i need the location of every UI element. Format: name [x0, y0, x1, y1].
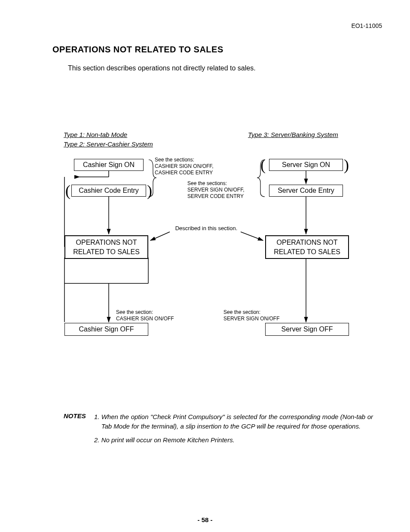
type-1-label: Type 1: Non-tab Mode [64, 131, 127, 138]
described-annot: Described in this section. [163, 225, 249, 231]
see-server-annot: See the sections: SERVER SIGN ON/OFF, SE… [187, 180, 244, 200]
page-number: - 58 - [0, 516, 410, 523]
note-1: When the option "Check Print Compulsory"… [101, 412, 373, 431]
intro-text: This section describes operations not di… [68, 64, 256, 72]
section-title: OPERATIONS NOT RELATED TO SALES [52, 45, 223, 55]
server-sign-on-box: Server Sign ON [269, 159, 343, 171]
see-cashier-annot: See the sections: CASHIER SIGN ON/OFF, C… [155, 157, 214, 176]
document-id: EO1-11005 [351, 22, 382, 29]
flow-connectors [0, 0, 410, 532]
server-code-entry-box: Server Code Entry [269, 185, 343, 197]
cashier-sign-on-box: Cashier Sign ON [74, 159, 144, 171]
right-paren-right: ) [344, 157, 349, 173]
note-2: No print will occur on Remote Kitchen Pr… [101, 435, 373, 445]
notes-block: NOTES When the option "Check Print Compu… [64, 412, 373, 449]
see-server-off-annot: See the section: SERVER SIGN ON/OFF [223, 309, 279, 322]
cashier-code-entry-box: Cashier Code Entry [71, 185, 146, 197]
left-paren-right: ( [260, 157, 266, 173]
type-3-label: Type 3: Server/Banking System [248, 131, 338, 138]
svg-line-12 [241, 232, 263, 240]
server-sign-off-box: Server Sign OFF [265, 323, 349, 336]
page: EO1-11005 OPERATIONS NOT RELATED TO SALE… [0, 0, 410, 532]
notes-label: NOTES [64, 412, 91, 449]
svg-line-11 [150, 232, 170, 240]
see-cashier-off-annot: See the section: CASHIER SIGN ON/OFF [116, 309, 174, 322]
left-paren: ( [65, 183, 70, 198]
cashier-sign-off-box: Cashier Sign OFF [64, 323, 148, 336]
ops-not-related-right: OPERATIONS NOT RELATED TO SALES [265, 235, 349, 259]
type-2-label: Type 2: Server-Cashier System [64, 140, 153, 148]
right-paren: ) [147, 183, 152, 198]
ops-not-related-left: OPERATIONS NOT RELATED TO SALES [64, 235, 148, 259]
